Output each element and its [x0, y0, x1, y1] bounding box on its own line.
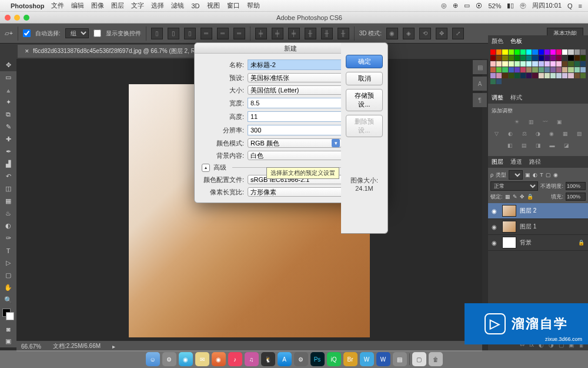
swatch[interactable]: [502, 55, 507, 61]
menu-3d[interactable]: 3D: [191, 2, 199, 9]
swatch[interactable]: [550, 61, 556, 67]
3d-icon[interactable]: ◈: [403, 28, 415, 39]
colormode-dropdown[interactable]: RGB 颜色: [248, 138, 342, 148]
swatch[interactable]: [514, 67, 520, 72]
dock-bridge[interactable]: Br: [343, 352, 358, 366]
menu-image[interactable]: 图像: [91, 1, 104, 10]
swatch[interactable]: [520, 49, 526, 55]
swatch[interactable]: [556, 67, 562, 72]
brightness-icon[interactable]: ☀: [512, 117, 522, 127]
menu-icon[interactable]: ≡: [579, 2, 582, 9]
lock-all-icon[interactable]: 🔒: [527, 194, 533, 200]
move-tool-icon[interactable]: ▱+: [5, 30, 13, 37]
lasso-tool[interactable]: ⟁: [0, 84, 16, 96]
auto-select-checkbox[interactable]: [23, 29, 31, 37]
stamp-tool[interactable]: ▟: [0, 158, 16, 170]
swatch[interactable]: [574, 61, 580, 67]
minimize-window-button[interactable]: [14, 15, 20, 21]
dock-app[interactable]: ♪: [228, 352, 242, 366]
disclosure-icon[interactable]: ▴: [202, 164, 210, 172]
swatch[interactable]: [490, 67, 496, 72]
dock-app[interactable]: ♫: [245, 352, 259, 366]
zoom-window-button[interactable]: [24, 15, 29, 21]
swatch[interactable]: [520, 67, 526, 72]
swatch[interactable]: [568, 61, 573, 67]
swatch[interactable]: [509, 67, 514, 72]
swatch[interactable]: [562, 55, 567, 61]
opacity-input[interactable]: [566, 182, 586, 190]
layer-row[interactable]: ◉ 图层 1: [488, 219, 588, 235]
swatch[interactable]: [496, 79, 502, 84]
swatch[interactable]: [539, 73, 544, 78]
levels-icon[interactable]: ▥: [526, 117, 536, 127]
show-transform-checkbox[interactable]: [93, 29, 101, 37]
swatch[interactable]: [509, 61, 514, 67]
tab-paths[interactable]: 路径: [529, 158, 541, 166]
swatch[interactable]: [580, 61, 586, 67]
dock-app[interactable]: ◉: [212, 352, 226, 366]
hue-icon[interactable]: ◐: [505, 129, 515, 138]
vibrance-icon[interactable]: ▽: [492, 129, 502, 138]
tab-swatches[interactable]: 色板: [510, 37, 522, 45]
ok-button[interactable]: 确定: [346, 55, 383, 68]
color-swatches[interactable]: [0, 306, 16, 323]
distribute-icon[interactable]: ╫: [321, 28, 333, 39]
layer-row[interactable]: ◉ 背景 🔒: [488, 235, 588, 251]
3d-icon[interactable]: ◉: [386, 28, 398, 39]
swatch[interactable]: [550, 67, 556, 72]
align-icon[interactable]: ▯: [151, 28, 163, 39]
swatch[interactable]: [580, 73, 586, 78]
swatch[interactable]: [544, 61, 550, 67]
align-icon[interactable]: ═: [217, 28, 229, 39]
airplay-icon[interactable]: ▭: [464, 2, 470, 9]
swatch[interactable]: [514, 73, 520, 78]
swatch[interactable]: [544, 49, 550, 55]
layer-filter-dropdown[interactable]: ⊡: [509, 170, 523, 180]
blur-tool[interactable]: ♨: [0, 207, 16, 220]
height-input[interactable]: [248, 111, 342, 122]
wand-tool[interactable]: ✦: [0, 96, 16, 108]
document-tab[interactable]: ✕ f6cd82d63313876d8c45e536f28f697d.jpg @…: [18, 45, 221, 58]
swatch[interactable]: [539, 49, 544, 55]
layer-name[interactable]: 背景: [520, 238, 532, 247]
swatch[interactable]: [496, 73, 502, 78]
layer-name[interactable]: 图层 1: [520, 223, 536, 231]
swatch[interactable]: [496, 55, 502, 61]
swatch[interactable]: [562, 67, 567, 72]
swatch[interactable]: [550, 73, 556, 78]
threshold-icon[interactable]: ◨: [533, 141, 543, 150]
swatch[interactable]: [550, 55, 556, 61]
clock[interactable]: 周四10:01: [532, 1, 562, 10]
eyedropper-tool[interactable]: ✎: [0, 121, 16, 133]
swatch[interactable]: [502, 67, 507, 72]
filter-icon[interactable]: ▣: [525, 172, 530, 178]
visibility-icon[interactable]: ◉: [492, 224, 499, 230]
menu-layer[interactable]: 图层: [111, 1, 124, 10]
swatch[interactable]: [539, 55, 544, 61]
dock-iqiyi[interactable]: iQ: [327, 352, 341, 366]
align-icon[interactable]: ▯: [168, 28, 179, 39]
distribute-icon[interactable]: ╪: [255, 28, 267, 39]
swatch[interactable]: [574, 67, 580, 72]
wifi-icon[interactable]: ⦿: [476, 2, 482, 9]
swatch[interactable]: [539, 67, 544, 72]
swatch[interactable]: [544, 67, 550, 72]
dock-folder[interactable]: ▢: [412, 352, 426, 366]
gradient-tool[interactable]: ▦: [0, 195, 16, 207]
resolution-input[interactable]: [248, 125, 342, 135]
swatch[interactable]: [490, 49, 496, 55]
dock-settings[interactable]: ⚙: [294, 352, 308, 366]
zoom-tool[interactable]: 🔍: [0, 294, 16, 306]
swatch[interactable]: [562, 73, 567, 78]
para-panel-icon[interactable]: ¶: [473, 93, 487, 107]
dock-safari[interactable]: ◉: [179, 352, 193, 366]
swatch[interactable]: [490, 79, 496, 84]
screenmode-tool[interactable]: ▣: [0, 335, 16, 347]
invert-icon[interactable]: ◧: [505, 141, 515, 150]
quickmask-tool[interactable]: ◙: [0, 323, 16, 335]
background-color[interactable]: [6, 312, 14, 320]
swatch[interactable]: [496, 67, 502, 72]
posterize-icon[interactable]: ▤: [519, 141, 529, 150]
selective-icon[interactable]: ◪: [561, 141, 572, 150]
dock-qq[interactable]: 🐧: [261, 352, 275, 366]
